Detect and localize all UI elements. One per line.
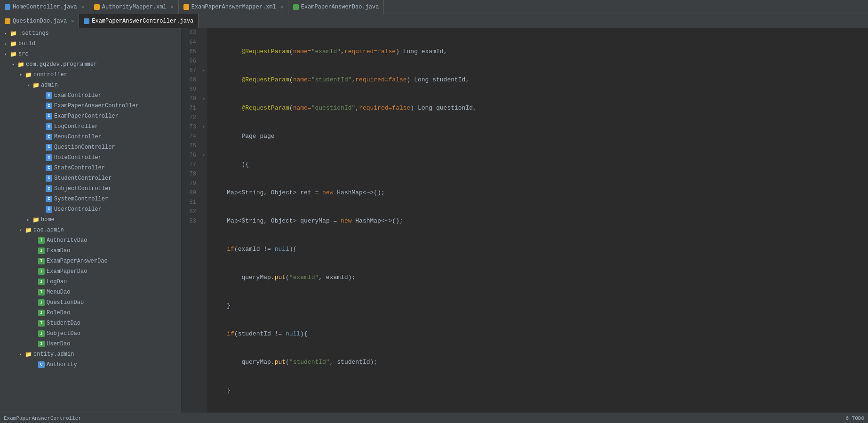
sidebar-item-ExamPaperDao[interactable]: I ExamPaperDao: [0, 266, 181, 277]
sidebar-label-ExamPaperAnswerController: ExamPaperAnswerController: [54, 103, 181, 109]
class-icon-ExamController: C: [45, 92, 53, 99]
interface-icon-ExamDao: I: [38, 247, 45, 255]
arrow-SubjectController: [38, 185, 45, 192]
sidebar-item-ExamPaperAnswerDao[interactable]: I ExamPaperAnswerDao: [0, 256, 181, 266]
sidebar-item-controller[interactable]: ▾ 📁 controller: [0, 70, 181, 80]
sidebar-item-admin[interactable]: ▾ 📁 admin: [0, 80, 181, 90]
sidebar-item-dao-admin[interactable]: ▾ 📁 dao.admin: [0, 225, 181, 235]
project-sidebar[interactable]: ▾ 📁 .settings ▸ 📁 build ▾ 📁 src ▾ 📁 com.…: [0, 28, 181, 413]
tab-authority-mapper-close[interactable]: ✕: [171, 4, 174, 10]
sidebar-item-ExamController[interactable]: C ExamController: [0, 90, 181, 101]
sidebar-item-LogController[interactable]: C LogController: [0, 121, 181, 132]
arrow-LogDao: [30, 278, 38, 286]
sidebar-item-com-gqzdev[interactable]: ▾ 📁 com.gqzdev.programmer: [0, 59, 181, 70]
sidebar-item-SubjectController[interactable]: C SubjectController: [0, 184, 181, 194]
sidebar-item-UserDao[interactable]: I UserDao: [0, 339, 181, 349]
tab-authority-mapper[interactable]: AuthorityMapper.xml ✕: [89, 0, 179, 14]
sidebar-item-src[interactable]: ▾ 📁 src: [0, 49, 181, 59]
sidebar-label-ExamDao: ExamDao: [47, 247, 181, 254]
line-num-76: 76: [185, 151, 196, 160]
arrow-RoleController: [38, 154, 45, 161]
line-num-73: 73: [185, 122, 196, 132]
line-num-70: 70: [185, 94, 196, 104]
arrow-QuestionDao: [30, 299, 38, 306]
tab-home-controller-close[interactable]: ✕: [81, 4, 84, 10]
arrow-src: ▾: [2, 50, 9, 58]
code-content[interactable]: @RequestParam(name="examId",required=fal…: [207, 28, 868, 413]
tab-question-dao-label: QuestionDao.java: [13, 18, 67, 24]
class-icon-ExamPaperController: C: [45, 112, 53, 120]
arrow-ExamDao: [30, 247, 38, 255]
sidebar-item-build[interactable]: ▸ 📁 build: [0, 39, 181, 49]
code-line-73: if(studentId != null){: [212, 329, 863, 339]
sidebar-label-LogDao: LogDao: [47, 279, 181, 285]
arrow-QuestionController: [38, 144, 45, 151]
tab-exam-paper-answer-controller[interactable]: ExamPaperAnswerController.java: [79, 14, 199, 28]
folder-icon-build: 📁: [9, 40, 17, 48]
tab-question-dao[interactable]: QuestionDao.java ✕: [0, 14, 79, 28]
arrow-admin: ▾: [24, 81, 32, 89]
code-line-68: Map<String, Object> ret = new HashMap<~>…: [212, 188, 863, 198]
sidebar-item-home[interactable]: ▸ 📁 home: [0, 215, 181, 225]
sidebar-label-StatsController: StatsController: [54, 165, 181, 171]
sidebar-item-SystemController[interactable]: C SystemController: [0, 194, 181, 204]
sidebar-item-ExamPaperController[interactable]: C ExamPaperController: [0, 111, 181, 121]
tab-authority-mapper-label: AuthorityMapper.xml: [102, 4, 167, 10]
arrow-controller: ▾: [17, 71, 24, 79]
code-line-69: Map<String, Object> queryMap = new HashM…: [212, 216, 863, 226]
class-icon-SystemController: C: [45, 195, 53, 203]
fold-arrow-67[interactable]: ▾: [200, 66, 207, 75]
sidebar-label-RoleController: RoleController: [54, 154, 181, 161]
sidebar-item-ExamDao[interactable]: I ExamDao: [0, 246, 181, 256]
sidebar-label-admin: admin: [41, 82, 181, 88]
interface-icon-UserDao: I: [38, 340, 45, 348]
fold-arrow-70[interactable]: ▾: [200, 94, 207, 104]
sidebar-item-LogDao[interactable]: I LogDao: [0, 277, 181, 287]
arrow-ExamController: [38, 92, 45, 99]
sidebar-item-RoleDao[interactable]: I RoleDao: [0, 308, 181, 318]
arrow-StudentDao: [30, 319, 38, 327]
sidebar-item-AuthorityDao[interactable]: I AuthorityDao: [0, 235, 181, 246]
sidebar-label-home: home: [41, 216, 181, 223]
code-line-65: @RequestParam(name="questionId",required…: [212, 104, 863, 113]
code-editor[interactable]: 63 64 65 66 67 68 69 70 71 72 73 74 75 7…: [181, 28, 868, 413]
code-line-74: queryMap.put("studentId", studentId);: [212, 358, 863, 367]
tab-question-dao-close[interactable]: ✕: [71, 18, 74, 24]
code-line-64: @RequestParam(name="studentId",required=…: [212, 75, 863, 85]
sidebar-item-UserController[interactable]: C UserController: [0, 204, 181, 215]
tab-exam-paper-answer-dao[interactable]: ExamPaperAnswerDao.java: [288, 0, 384, 14]
class-icon-StatsController: C: [45, 164, 53, 172]
sidebar-item-StudentDao[interactable]: I StudentDao: [0, 318, 181, 328]
sidebar-item-MenuController[interactable]: C MenuController: [0, 132, 181, 142]
tab-home-controller[interactable]: HomeController.java ✕: [0, 0, 89, 14]
sidebar-item-QuestionDao[interactable]: I QuestionDao: [0, 297, 181, 308]
sidebar-item-SubjectDao[interactable]: I SubjectDao: [0, 328, 181, 339]
fold-arrow-73[interactable]: ▾: [200, 122, 207, 132]
code-line-71: queryMap.put("examId", examId);: [212, 273, 863, 282]
sidebar-item-settings[interactable]: ▾ 📁 .settings: [0, 28, 181, 39]
arrow-SubjectDao: [30, 330, 38, 337]
tab-exam-paper-answer-mapper[interactable]: ExamPaperAnswerMapper.xml ✕: [179, 0, 288, 14]
sidebar-item-Authority[interactable]: C Authority: [0, 359, 181, 370]
line-num-75: 75: [185, 141, 196, 151]
interface-icon-StudentDao: I: [38, 319, 45, 327]
line-num-69: 69: [185, 85, 196, 94]
sidebar-item-StudentController[interactable]: C StudentController: [0, 173, 181, 184]
sidebar-item-StatsController[interactable]: C StatsController: [0, 163, 181, 173]
sidebar-item-RoleController[interactable]: C RoleController: [0, 152, 181, 163]
interface-icon-ExamPaperAnswerDao: I: [38, 257, 45, 265]
tab-exam-paper-answer-controller-label: ExamPaperAnswerController.java: [92, 18, 193, 24]
code-line-72: }: [212, 301, 863, 311]
sidebar-item-QuestionController[interactable]: C QuestionController: [0, 142, 181, 152]
sidebar-item-entity-admin[interactable]: ▾ 📁 entity.admin: [0, 349, 181, 359]
code-line-75: }: [212, 386, 863, 395]
sidebar-label-LogController: LogController: [54, 123, 181, 130]
tab-exam-paper-answer-mapper-close[interactable]: ✕: [280, 4, 283, 10]
todo-count: 6 TODO: [845, 415, 864, 421]
line-num-80: 80: [185, 188, 196, 198]
sidebar-item-MenuDao[interactable]: I MenuDao: [0, 287, 181, 297]
fold-arrow-76[interactable]: ▾: [200, 151, 207, 160]
line-num-81: 81: [185, 198, 196, 207]
sidebar-item-ExamPaperAnswerController[interactable]: C ExamPaperAnswerController: [0, 101, 181, 111]
line-num-68: 68: [185, 75, 196, 85]
